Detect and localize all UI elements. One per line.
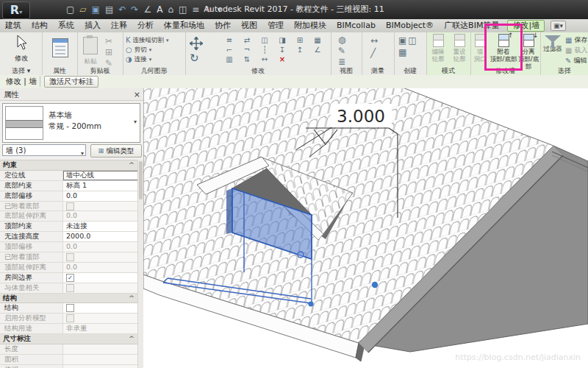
measure-along-icon[interactable]: ╱ — [370, 48, 378, 58]
extend-icon[interactable]: ↔ — [256, 54, 273, 64]
tab-4[interactable]: 插入 — [79, 19, 106, 32]
tab-14[interactable]: 广联达BIM算量 — [439, 19, 504, 32]
checkbox[interactable]: ✓ — [66, 274, 74, 282]
property-value[interactable] — [63, 303, 138, 313]
property-section-header[interactable]: 结构^ — [0, 294, 138, 304]
properties-icon[interactable] — [52, 38, 68, 57]
measure-between-icon[interactable]: ↔ — [370, 35, 378, 46]
modify-button[interactable]: 修改 — [9, 35, 34, 66]
property-value[interactable] — [63, 252, 138, 262]
scale-icon[interactable]: ∠ — [309, 45, 326, 54]
property-section-header[interactable]: 尺寸标注^ — [0, 334, 138, 344]
detach-top-base-button[interactable]: ↓ 分离顶部/底部 — [517, 34, 539, 70]
property-value[interactable]: 未连接 — [63, 222, 138, 231]
property-value[interactable]: 非承重 — [63, 324, 138, 333]
property-value[interactable]: ✓ — [63, 273, 138, 283]
checkbox[interactable] — [66, 304, 74, 312]
tab-7[interactable]: 体量和场地 — [159, 19, 209, 32]
redo-icon[interactable]: ↷ — [131, 2, 138, 17]
load-selection-button[interactable]: ▦载入 — [565, 46, 587, 55]
undo-icon[interactable]: ↶ — [118, 2, 126, 17]
tab-modify-wall[interactable]: 修改|墙 — [507, 20, 545, 32]
wall-grip-circle[interactable] — [298, 252, 304, 258]
array-icon[interactable]: ▦ — [309, 35, 326, 45]
pin-icon[interactable]: ↧ — [273, 45, 291, 54]
property-value[interactable] — [63, 202, 138, 211]
edit-profile-button[interactable]: 编辑轮廓 — [428, 34, 448, 63]
wall-grip-dot-roof[interactable] — [372, 282, 378, 288]
drawing-area[interactable]: 3.000 https://blog.csdn.net/jiadianxin — [143, 88, 588, 368]
tab-11[interactable]: 附加模块 — [289, 19, 331, 32]
property-value[interactable]: 0.0 — [63, 211, 138, 221]
swap-icon[interactable]: ⇅ — [238, 54, 256, 64]
property-value[interactable]: 0.0 — [63, 191, 138, 201]
tab-12[interactable]: BIMcollab — [331, 19, 381, 32]
chevron-up-icon[interactable]: ^ — [129, 294, 135, 303]
checkbox[interactable] — [66, 284, 74, 292]
mirror-draw-icon[interactable]: ◨ — [273, 35, 291, 45]
property-value[interactable]: 墙中心线 — [63, 171, 138, 180]
match-icon[interactable]: ▥ — [220, 54, 238, 64]
modify-state-dropdown[interactable]: ▣▾ — [551, 21, 566, 31]
edit-type-button[interactable]: ⊞ 编辑类型 — [90, 144, 142, 158]
create-similar-icon[interactable]: ▣ — [398, 35, 406, 46]
lightbulb-icon[interactable]: ◍ — [338, 35, 345, 45]
property-value[interactable] — [63, 365, 138, 368]
cut-icon[interactable]: ✂ — [105, 36, 112, 46]
property-value[interactable] — [63, 283, 138, 293]
scrollbar-thumb[interactable] — [139, 161, 143, 199]
tab-1[interactable]: 建筑 — [0, 19, 26, 32]
element-filter-dropdown[interactable]: 墙 (3)▾ — [2, 144, 86, 156]
checkbox[interactable] — [66, 253, 74, 261]
wall-grip-dot-base[interactable] — [308, 301, 313, 306]
tab-8[interactable]: 协作 — [209, 19, 236, 32]
mirror-axis-icon[interactable]: ◫ — [256, 35, 273, 45]
create-group-icon[interactable]: ◫ — [408, 35, 416, 46]
save-icon[interactable]: ▣ — [92, 2, 100, 17]
edit-selection-button[interactable]: ✎编辑 — [565, 56, 587, 66]
tab-9[interactable]: 视图 — [236, 19, 262, 32]
panel-label-select[interactable]: 选择 ▾ — [0, 66, 42, 75]
properties-header[interactable]: 属性 × — [0, 88, 143, 101]
property-value[interactable]: 标高 1 — [63, 181, 138, 191]
paste-button[interactable]: 粘贴 — [83, 37, 98, 66]
property-value[interactable] — [63, 344, 138, 354]
wall-opening-button[interactable]: 墙洞口 — [472, 34, 488, 63]
tab-5[interactable]: 注释 — [106, 19, 132, 32]
property-value[interactable] — [63, 314, 138, 323]
property-value[interactable]: 2000.0 — [63, 232, 138, 241]
property-value[interactable]: 0.0 — [63, 242, 138, 252]
copy-icon[interactable]: ⊞ — [291, 35, 309, 45]
property-value[interactable]: 0.0 — [63, 263, 138, 272]
type-selector[interactable]: 基本墙 常规 - 200mm ▾ — [2, 103, 140, 143]
chevron-down-icon[interactable]: ▾ — [134, 118, 137, 125]
delete-icon[interactable]: × — [273, 54, 291, 64]
new-file-icon[interactable]: ▢ — [66, 2, 74, 17]
save-selection-button[interactable]: ▦保存 — [565, 35, 587, 45]
create-assembly-icon[interactable]: ▦ — [398, 47, 406, 57]
tab-2[interactable]: 结构 — [26, 19, 53, 32]
join-geometry-button[interactable]: ◑连接▾ — [126, 54, 169, 64]
attach-top-base-button[interactable]: ↑ 附着顶部/底部 — [490, 34, 517, 63]
reset-profile-button[interactable]: 重设轮廓 — [449, 34, 470, 63]
chevron-up-icon[interactable]: ^ — [129, 160, 135, 170]
tab-6[interactable]: 分析 — [132, 19, 159, 32]
hide-elements-icon[interactable]: ≣ — [338, 57, 345, 67]
filter-button[interactable]: 过滤器 — [542, 34, 564, 54]
chevron-up-icon[interactable]: ^ — [129, 334, 135, 344]
property-value[interactable] — [63, 355, 138, 364]
tab-13[interactable]: BIMobject® — [381, 19, 439, 32]
print-icon[interactable]: ▤ — [105, 2, 113, 17]
properties-scrollbar[interactable] — [137, 160, 143, 368]
tab-3[interactable]: 系统 — [53, 19, 79, 32]
checkbox[interactable] — [66, 314, 74, 322]
activate-dimensions-button[interactable]: 激活尺寸标注 — [44, 76, 98, 88]
split-icon[interactable]: ┆ — [256, 45, 273, 54]
paintbrush-icon[interactable]: ✎ — [338, 46, 345, 56]
rotate-icon[interactable]: ↻ — [190, 52, 199, 65]
close-icon[interactable]: × — [134, 88, 140, 101]
align-icon[interactable]: ≡ — [220, 35, 238, 45]
property-section-header[interactable]: 约束^ — [0, 160, 138, 171]
tab-10[interactable]: 管理 — [262, 19, 289, 32]
copy-icon[interactable]: ⊞ — [105, 47, 112, 57]
